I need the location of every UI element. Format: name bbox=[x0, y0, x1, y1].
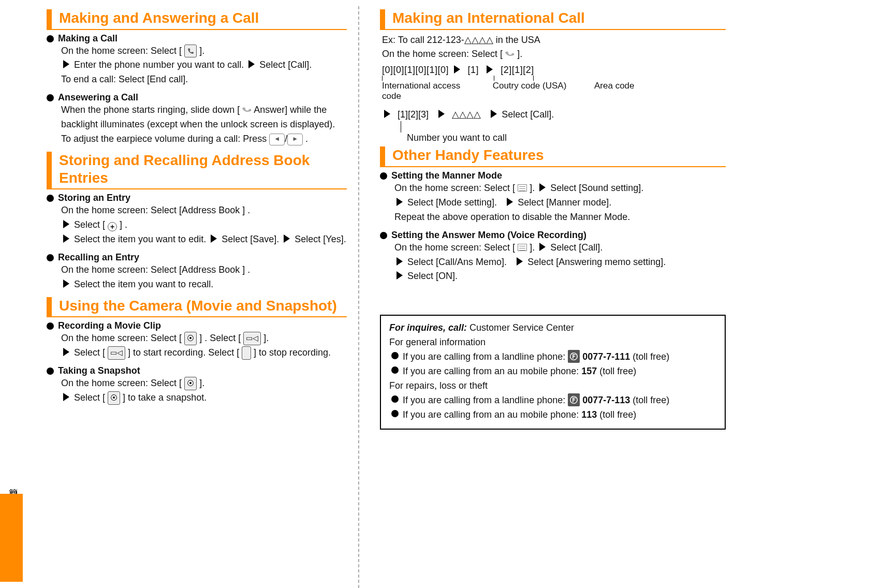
label-intl-access: International access code bbox=[382, 81, 465, 101]
text: ]. bbox=[199, 378, 204, 388]
bullet-icon bbox=[47, 322, 54, 330]
item-answering-a-call: Ansewering a Call When the phone starts … bbox=[47, 92, 347, 146]
text: For repairs, loss or theft bbox=[389, 379, 716, 393]
text: Ex: To call 212-123-△△△△ in the USA bbox=[382, 35, 540, 45]
text: (toll free) bbox=[599, 366, 636, 376]
text: If you are calling from a landline phone… bbox=[403, 351, 565, 362]
text: On the home screen: Select [ bbox=[61, 333, 182, 343]
camera-icon: ⦿ bbox=[108, 391, 120, 405]
text: If you are calling from an au mobile pho… bbox=[403, 409, 579, 420]
heading-storing-recalling: Storing and Recalling Address Book Entri… bbox=[47, 152, 347, 189]
bullet-icon bbox=[391, 410, 399, 417]
triangle-right-icon bbox=[63, 234, 69, 243]
text: ] . bbox=[120, 219, 127, 230]
text: Repeat the above operation to disable th… bbox=[394, 212, 630, 222]
text: (toll free) bbox=[633, 395, 669, 405]
volume-right-button-icon: ► bbox=[287, 134, 303, 145]
bullet-icon bbox=[47, 368, 54, 375]
item-title: Setting the Answer Memo (Voice Recording… bbox=[391, 230, 586, 241]
triangle-right-icon bbox=[517, 257, 523, 266]
text: Select [ bbox=[74, 392, 105, 403]
text: ]. bbox=[530, 242, 535, 253]
bullet-icon bbox=[391, 366, 399, 374]
label-country-code: Coutry code (USA) bbox=[486, 81, 574, 101]
bullet-icon bbox=[380, 232, 387, 239]
dial-local-number: [1][2][3] bbox=[398, 109, 429, 120]
heading-making-answering-call: Making and Answering a Call bbox=[47, 9, 347, 30]
text: On the home screen: Select [Address Book… bbox=[61, 205, 250, 215]
plus-icon: + bbox=[108, 222, 117, 231]
text: Select [Sound setting]. bbox=[550, 183, 643, 193]
text: Select [Yes]. bbox=[295, 234, 346, 244]
camera-icon: ⦿ bbox=[184, 377, 197, 390]
triangle-right-icon bbox=[491, 110, 497, 118]
text: On the home screen: Select [ bbox=[61, 378, 182, 388]
text: To end a call: Select [End call]. bbox=[61, 74, 188, 84]
freedial-badge-icon: Ⓕ bbox=[568, 393, 580, 406]
phone-number: 0077-7-113 bbox=[582, 395, 630, 405]
item-title: Taking a Snapshot bbox=[58, 365, 140, 376]
text: Select [Call]. bbox=[502, 109, 554, 120]
triangle-right-icon bbox=[63, 220, 69, 228]
triangle-right-icon bbox=[438, 110, 445, 118]
text: ]. bbox=[530, 183, 535, 193]
triangle-right-icon bbox=[397, 198, 403, 206]
text: Select [Manner mode]. bbox=[518, 197, 611, 208]
text: Select [Save]. bbox=[222, 234, 279, 244]
triangle-right-icon bbox=[63, 280, 69, 288]
stop-icon bbox=[242, 346, 251, 360]
heading-international-call: Making an International Call bbox=[380, 9, 726, 30]
text: . bbox=[305, 134, 308, 144]
item-recalling-entry: Recalling an Entry On the home screen: S… bbox=[47, 252, 347, 292]
text: To adjust the earpiece volume during a c… bbox=[61, 134, 267, 144]
text: Select the item you want to recall. bbox=[74, 279, 213, 289]
item-title: Recording a Movie Clip bbox=[58, 320, 161, 331]
customer-service-box: For inquires, call: Customer Service Cen… bbox=[380, 315, 726, 429]
item-taking-snapshot: Taking a Snapshot On the home screen: Se… bbox=[47, 365, 347, 405]
text: On the home screen: Select [ bbox=[61, 46, 182, 56]
item-title: Making a Call bbox=[58, 33, 118, 44]
item-title: Storing an Entry bbox=[58, 193, 130, 203]
item-storing-entry: Storing an Entry On the home screen: Sel… bbox=[47, 193, 347, 247]
triangle-right-icon bbox=[397, 257, 403, 266]
text: Select [ bbox=[74, 347, 105, 358]
label-number-you-want: Number you want to call bbox=[407, 133, 726, 143]
triangle-right-icon bbox=[454, 65, 460, 74]
menu-list-icon bbox=[518, 244, 527, 251]
bullet-icon bbox=[380, 172, 387, 180]
text: Select [ON]. bbox=[407, 271, 458, 281]
camera-icon: ⦿ bbox=[184, 332, 197, 345]
right-column: Making an International Call Ex: To call… bbox=[358, 6, 731, 588]
phone-number: 0077-7-111 bbox=[582, 351, 630, 362]
triangle-right-icon bbox=[539, 243, 546, 251]
text: When the phone starts ringing, slide dow… bbox=[61, 105, 240, 115]
item-manner-mode: Setting the Manner Mode On the home scre… bbox=[380, 170, 726, 225]
text: On the home screen: Select [ bbox=[394, 242, 515, 253]
triangle-right-icon bbox=[248, 60, 255, 68]
bullet-icon bbox=[47, 195, 54, 202]
text: If you are calling from a landline phone… bbox=[403, 395, 565, 405]
bullet-icon bbox=[47, 254, 54, 261]
text: (toll free) bbox=[599, 409, 636, 420]
text: ] . Select [ bbox=[199, 333, 241, 343]
heading-other-handy: Other Handy Features bbox=[380, 146, 726, 167]
text: ] to stop recording. bbox=[254, 347, 331, 358]
text: Enter the phone number you want to call. bbox=[74, 60, 244, 70]
video-icon: ▭◁ bbox=[243, 332, 261, 345]
dial-area-code: [2][1][2] bbox=[501, 65, 534, 75]
text: ]. bbox=[517, 49, 522, 59]
text: ] to take a snapshot. bbox=[123, 392, 207, 403]
dial-intl-access: [0][0][1][0][1][0] bbox=[382, 65, 449, 75]
text: For general information bbox=[389, 335, 716, 350]
bullet-icon bbox=[391, 395, 399, 403]
triangle-right-icon bbox=[397, 271, 403, 280]
item-title: Ansewering a Call bbox=[58, 92, 138, 103]
bullet-icon bbox=[47, 35, 54, 42]
text: If you are calling from an au mobile pho… bbox=[403, 366, 579, 376]
phone-number: 157 bbox=[581, 366, 597, 376]
text: Customer Service Center bbox=[469, 322, 574, 333]
text: ]. bbox=[199, 46, 204, 56]
triangle-right-icon bbox=[63, 348, 69, 356]
triangle-right-icon bbox=[63, 393, 69, 401]
item-making-a-call: Making a Call On the home screen: Select… bbox=[47, 33, 347, 87]
